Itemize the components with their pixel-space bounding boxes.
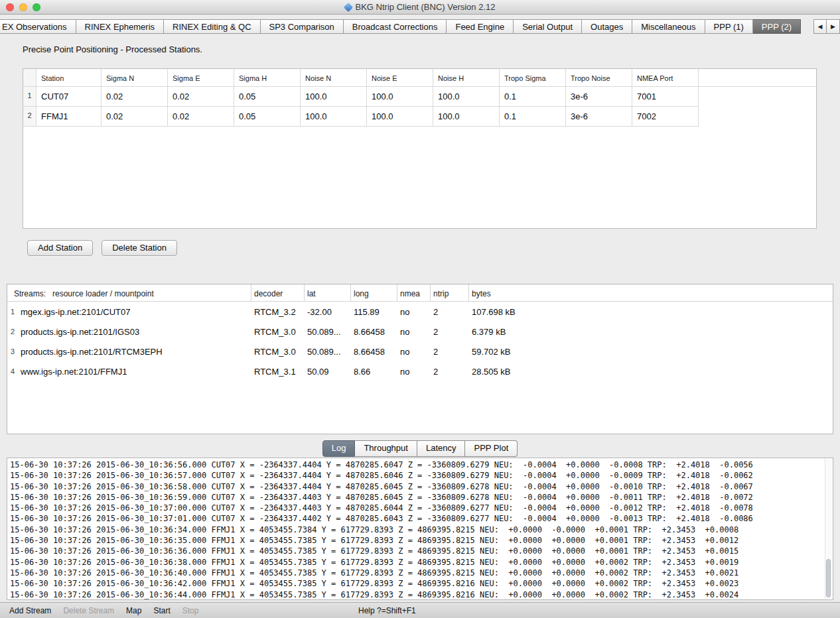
tab-scroll-left-icon[interactable]: ◀ <box>813 19 827 34</box>
streams-col-header-bytes[interactable]: bytes <box>469 284 833 301</box>
stream-cell[interactable]: 8.66458 <box>351 341 397 361</box>
stream-cell[interactable]: 2 <box>431 361 469 381</box>
stream-cell[interactable]: RTCM_3.0 <box>251 341 305 361</box>
stations-cell[interactable]: 100.0 <box>433 87 500 107</box>
stations-col-header-sigma-e[interactable]: Sigma E <box>168 69 234 86</box>
stations-col-header-tropo-noise[interactable]: Tropo Noise <box>566 69 632 86</box>
stations-col-header-sigma-h[interactable]: Sigma H <box>234 69 301 86</box>
log-scrollbar-thumb[interactable] <box>826 559 831 597</box>
stations-cell[interactable]: 100.0 <box>301 87 367 107</box>
add-station-button[interactable]: Add Station <box>27 240 93 256</box>
streams-col-header-decoder[interactable]: decoder <box>251 284 305 301</box>
tab-sp3-comparison[interactable]: SP3 Comparison <box>261 19 344 34</box>
tab-rinex-ephemeris[interactable]: RINEX Ephemeris <box>76 19 164 34</box>
stations-col-header-sigma-n[interactable]: Sigma N <box>102 69 168 86</box>
log-scrollbar[interactable] <box>825 459 832 599</box>
streams-col-header-streams[interactable]: Streams: resource loader / mountpoint <box>7 284 251 301</box>
stations-col-header-tropo-sigma[interactable]: Tropo Sigma <box>500 69 566 86</box>
stream-cell[interactable]: mgex.igs-ip.net:2101/CUT07 <box>18 302 251 322</box>
stations-cell[interactable]: 0.05 <box>234 107 301 127</box>
tab-scroll-right-icon[interactable]: ▶ <box>827 19 840 34</box>
streams-col-header-lat[interactable]: lat <box>305 284 351 301</box>
tab-miscellaneous[interactable]: Miscellaneous <box>632 19 705 34</box>
log-tab-latency[interactable]: Latency <box>417 440 466 457</box>
stream-cell[interactable]: RTCM_3.0 <box>251 322 305 341</box>
stations-col-header-station[interactable]: Station <box>36 69 102 86</box>
delete-station-button[interactable]: Delete Station <box>102 240 177 256</box>
stream-row-2[interactable]: 2products.igs-ip.net:2101/IGS03RTCM_3.05… <box>7 322 833 341</box>
stream-cell[interactable]: 8.66458 <box>351 322 397 341</box>
stream-cell[interactable]: 6.379 kB <box>469 322 833 341</box>
stream-cell[interactable]: products.igs-ip.net:2101/IGS03 <box>18 322 251 341</box>
stations-cell[interactable]: 100.0 <box>301 107 367 127</box>
stream-cell[interactable]: 115.89 <box>351 302 397 322</box>
tab-broadcast-corrections[interactable]: Broadcast Corrections <box>344 19 447 34</box>
stations-cell[interactable]: FFMJ1 <box>36 107 102 127</box>
stations-cell[interactable]: 7001 <box>632 87 699 107</box>
stream-cell[interactable]: products.igs-ip.net:2101/RTCM3EPH <box>18 341 251 361</box>
stream-cell[interactable]: no <box>397 361 431 381</box>
stations-cell[interactable]: 0.05 <box>234 87 301 107</box>
stream-cell[interactable]: 8.66 <box>351 361 397 381</box>
minimize-button[interactable] <box>19 3 27 11</box>
tab-ppp-1[interactable]: PPP (1) <box>705 19 753 34</box>
add-stream-action[interactable]: Add Stream <box>9 606 51 615</box>
stream-cell[interactable]: no <box>397 341 431 361</box>
stream-cell[interactable]: www.igs-ip.net:2101/FFMJ1 <box>18 361 251 381</box>
stations-cell[interactable]: 100.0 <box>433 107 500 127</box>
map-action[interactable]: Map <box>126 606 141 615</box>
stations-col-header-noise-n[interactable]: Noise N <box>301 69 367 86</box>
log-output[interactable]: 15-06-30 10:37:26 2015-06-30_10:36:56.00… <box>7 458 833 600</box>
log-tab-log[interactable]: Log <box>322 440 356 457</box>
stream-cell[interactable]: 2 <box>431 322 469 341</box>
stream-row-3[interactable]: 3products.igs-ip.net:2101/RTCM3EPHRTCM_3… <box>7 341 833 361</box>
stream-cell[interactable]: RTCM_3.1 <box>251 361 305 381</box>
tab-feed-engine[interactable]: Feed Engine <box>447 19 514 34</box>
stream-cell[interactable]: 107.698 kB <box>469 302 833 322</box>
streams-col-header-nmea[interactable]: nmea <box>397 284 431 301</box>
tab-serial-output[interactable]: Serial Output <box>514 19 582 34</box>
stream-cell[interactable]: 59.702 kB <box>469 341 833 361</box>
stations-cell[interactable]: 0.02 <box>102 107 168 127</box>
log-tab-ppp-plot[interactable]: PPP Plot <box>465 440 518 457</box>
start-action[interactable]: Start <box>153 606 170 615</box>
stations-cell[interactable]: 0.02 <box>168 107 234 127</box>
close-button[interactable] <box>6 3 14 11</box>
tab-ex-observations[interactable]: EX Observations <box>0 19 76 34</box>
stream-cell[interactable]: -32.00 <box>305 302 351 322</box>
stream-cell[interactable]: RTCM_3.2 <box>251 302 305 322</box>
stream-cell[interactable]: 2 <box>431 341 469 361</box>
stations-row-cut07[interactable]: 1CUT070.020.020.05100.0100.0100.00.13e-6… <box>23 87 816 107</box>
stations-cell[interactable]: 0.02 <box>168 87 234 107</box>
stations-cell[interactable]: 3e-6 <box>566 87 632 107</box>
stream-cell[interactable]: 50.089... <box>305 322 351 341</box>
stations-col-header-noise-h[interactable]: Noise H <box>433 69 500 86</box>
log-tab-throughput[interactable]: Throughput <box>355 440 417 457</box>
stream-cell[interactable]: 28.505 kB <box>469 361 833 381</box>
stream-cell[interactable]: 50.09 <box>305 361 351 381</box>
stations-row-ffmj1[interactable]: 2FFMJ10.020.020.05100.0100.0100.00.13e-6… <box>23 107 816 127</box>
title-bar[interactable]: BKG Ntrip Client (BNC) Version 2.12 <box>0 0 840 15</box>
stations-cell[interactable]: 7002 <box>632 107 699 127</box>
stream-cell[interactable]: 50.089... <box>305 341 351 361</box>
streams-col-header-long[interactable]: long <box>351 284 397 301</box>
stations-cell[interactable]: 0.1 <box>500 107 566 127</box>
stations-cell[interactable]: 100.0 <box>367 87 433 107</box>
stations-cell[interactable]: 100.0 <box>367 107 433 127</box>
stream-row-1[interactable]: 1mgex.igs-ip.net:2101/CUT07RTCM_3.2-32.0… <box>7 302 833 322</box>
stream-cell[interactable]: no <box>397 322 431 341</box>
zoom-button[interactable] <box>33 3 40 11</box>
stream-cell[interactable]: 2 <box>431 302 469 322</box>
streams-col-header-ntrip[interactable]: ntrip <box>431 284 469 301</box>
stations-cell[interactable]: CUT07 <box>36 87 102 107</box>
tab-outages[interactable]: Outages <box>582 19 632 34</box>
stations-cell[interactable]: 0.02 <box>102 87 168 107</box>
stations-cell[interactable]: 3e-6 <box>566 107 632 127</box>
stream-cell[interactable]: no <box>397 302 431 322</box>
tab-ppp-2[interactable]: PPP (2) <box>753 19 801 34</box>
stations-col-header-noise-e[interactable]: Noise E <box>367 69 433 86</box>
tab-rinex-editing-qc[interactable]: RINEX Editing & QC <box>164 19 261 34</box>
stations-col-header-nmea-port[interactable]: NMEA Port <box>632 69 699 86</box>
stream-row-4[interactable]: 4www.igs-ip.net:2101/FFMJ1RTCM_3.150.098… <box>7 361 833 381</box>
stations-cell[interactable]: 0.1 <box>500 87 566 107</box>
